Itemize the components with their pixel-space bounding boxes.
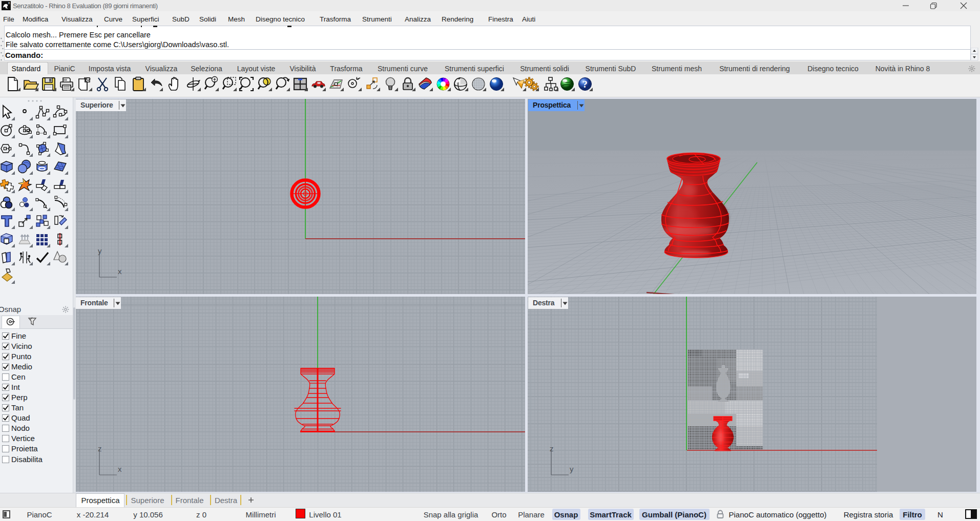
svg-text:z: z bbox=[98, 445, 102, 453]
svg-text:?: ? bbox=[582, 79, 588, 90]
svg-text:y: y bbox=[570, 465, 574, 473]
svg-text:x: x bbox=[118, 465, 122, 473]
svg-text:y: y bbox=[98, 247, 102, 255]
svg-text:z: z bbox=[550, 445, 554, 453]
svg-text:x: x bbox=[118, 267, 122, 276]
